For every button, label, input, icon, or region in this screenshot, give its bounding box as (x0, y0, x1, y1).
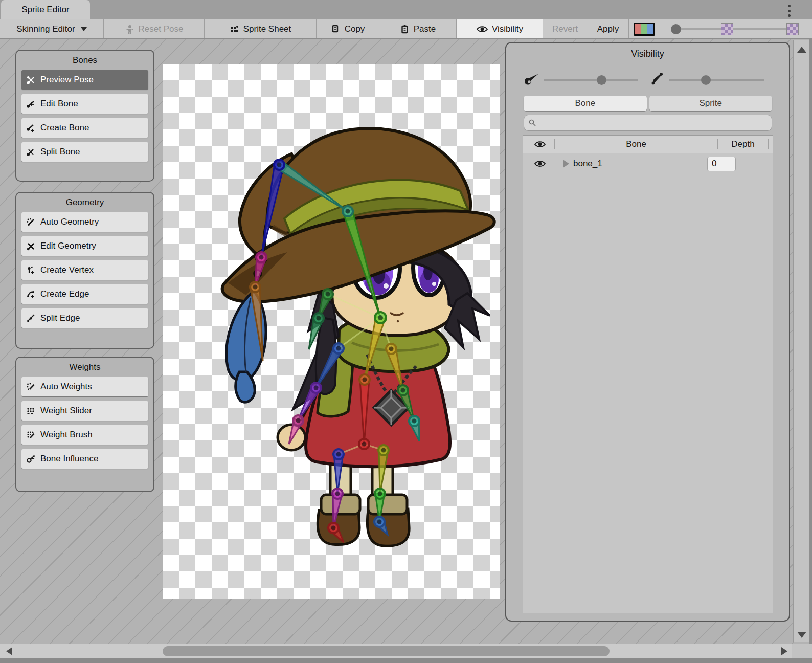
slider-track[interactable] (733, 28, 786, 30)
column-separator (768, 139, 769, 149)
visibility-toggle-button[interactable]: Visibility (457, 19, 543, 38)
copy-button[interactable]: Copy (317, 19, 379, 38)
apply-label: Apply (597, 24, 619, 34)
split-edge-icon (26, 314, 36, 323)
paste-icon (400, 24, 410, 34)
tab-title: Sprite Editor (21, 5, 70, 15)
edit-geometry-button[interactable]: Edit Geometry (21, 236, 148, 256)
weight-slider-icon (26, 406, 36, 416)
bone-skeleton-overlay[interactable] (163, 64, 500, 599)
horizontal-scrollbar[interactable] (0, 644, 792, 658)
bone-list-header: Bone Depth (523, 136, 773, 153)
geometry-panel-title: Geometry (16, 197, 153, 208)
sprite-canvas[interactable] (163, 64, 500, 599)
slider-track[interactable] (681, 28, 721, 30)
tab-sprite-editor[interactable]: Sprite Editor (1, 0, 90, 19)
visibility-panel: Visibility Bone (505, 42, 790, 622)
sprite-editor-window: Sprite Editor Skinning Editor Reset Pose (0, 0, 812, 663)
visibility-tabs: Bone Sprite (524, 96, 772, 111)
split-bone-label: Split Bone (40, 147, 80, 157)
sprite-opacity-slider[interactable] (671, 23, 799, 35)
eye-visible-icon[interactable] (533, 159, 547, 168)
sprite-sheet-label: Sprite Sheet (243, 24, 291, 34)
bones-panel-title: Bones (16, 55, 153, 65)
texture-swatch-icon (786, 23, 799, 35)
create-edge-button[interactable]: Create Edge (21, 284, 148, 304)
create-bone-label: Create Bone (40, 123, 89, 133)
bone-opacity-knob[interactable] (597, 75, 606, 85)
depth-column-header[interactable]: Depth (718, 139, 768, 149)
auto-weights-button[interactable]: Auto Weights (21, 377, 148, 396)
edit-bone-button[interactable]: Edit Bone (21, 94, 148, 114)
bone-visibility-list: Bone Depth bone_1 (523, 135, 773, 613)
preview-pose-button[interactable]: Preview Pose (21, 70, 148, 90)
sprite-sheet-button[interactable]: Sprite Sheet (205, 19, 316, 38)
kebab-menu-icon[interactable] (785, 4, 793, 18)
edit-geometry-label: Edit Geometry (40, 241, 96, 251)
paste-button[interactable]: Paste (379, 19, 456, 38)
bone-influence-button[interactable]: Bone Influence (21, 449, 148, 469)
toolbar: Skinning Editor Reset Pose Sprite Sheet (0, 19, 812, 39)
bone-opacity-slider[interactable] (544, 79, 638, 81)
visibility-label: Visibility (492, 24, 523, 34)
mesh-opacity-knob[interactable] (701, 75, 711, 85)
copy-label: Copy (345, 24, 365, 34)
create-vertex-icon (26, 266, 36, 275)
bone-color-swatch-button[interactable] (634, 23, 655, 36)
weight-slider-button[interactable]: Weight Slider (21, 401, 148, 421)
scroll-down-icon[interactable] (797, 632, 806, 638)
create-bone-icon (26, 123, 36, 133)
auto-weights-label: Auto Weights (40, 382, 92, 392)
split-bone-button[interactable]: Split Bone (21, 142, 148, 162)
reset-pose-label: Reset Pose (139, 24, 184, 34)
mode-dropdown[interactable]: Skinning Editor (0, 19, 103, 38)
window-bottom-edge (0, 658, 812, 663)
tab-sprite[interactable]: Sprite (649, 96, 773, 111)
bone-row[interactable]: bone_1 (523, 154, 773, 173)
editor-main-area: Bones Preview Pose Edit Bone (0, 39, 812, 644)
mesh-opacity-icon (649, 71, 664, 87)
eye-icon (476, 25, 488, 34)
scroll-right-icon[interactable] (781, 647, 787, 655)
scroll-up-icon[interactable] (797, 47, 806, 53)
visibility-panel-title: Visibility (506, 49, 789, 59)
mesh-opacity-slider[interactable] (669, 79, 764, 81)
depth-input[interactable] (707, 157, 736, 171)
create-bone-button[interactable]: Create Bone (21, 118, 148, 138)
horizontal-scroll-thumb[interactable] (163, 646, 610, 656)
revert-label: Revert (552, 24, 578, 34)
chevron-down-icon (81, 27, 87, 31)
scroll-left-icon[interactable] (6, 647, 12, 655)
create-vertex-button[interactable]: Create Vertex (21, 260, 148, 280)
apply-button[interactable]: Apply (588, 19, 628, 38)
expand-arrow-icon[interactable] (563, 160, 569, 168)
create-edge-label: Create Edge (40, 289, 89, 299)
paste-label: Paste (414, 24, 436, 34)
preview-pose-icon (26, 75, 36, 85)
eye-column-icon[interactable] (533, 140, 547, 149)
bone-name[interactable]: bone_1 (573, 159, 707, 169)
bones-panel: Bones Preview Pose Edit Bone (15, 50, 154, 182)
weight-brush-icon (26, 430, 36, 440)
bone-opacity-icon (525, 71, 540, 87)
edit-geometry-icon (26, 241, 36, 251)
split-edge-button[interactable]: Split Edge (21, 308, 148, 328)
tab-bone[interactable]: Bone (524, 96, 647, 111)
reset-pose-button[interactable]: Reset Pose (104, 19, 204, 38)
search-input[interactable] (539, 118, 768, 128)
titlebar: Sprite Editor (0, 0, 812, 19)
split-edge-label: Split Edge (40, 313, 80, 323)
slider-knob[interactable] (671, 24, 681, 34)
create-edge-icon (26, 290, 36, 299)
weights-panel: Weights Auto Weights Weight Slide (15, 357, 154, 492)
auto-geometry-button[interactable]: Auto Geometry (21, 212, 148, 232)
visibility-sliders (506, 71, 789, 89)
search-field[interactable] (524, 115, 772, 131)
vertical-scrollbar[interactable] (793, 40, 809, 642)
bone-column-header[interactable]: Bone (555, 139, 717, 149)
revert-button[interactable]: Revert (543, 19, 588, 38)
auto-geometry-icon (26, 217, 36, 227)
create-vertex-label: Create Vertex (40, 265, 94, 275)
weight-brush-button[interactable]: Weight Brush (21, 425, 148, 445)
person-icon (125, 24, 135, 34)
